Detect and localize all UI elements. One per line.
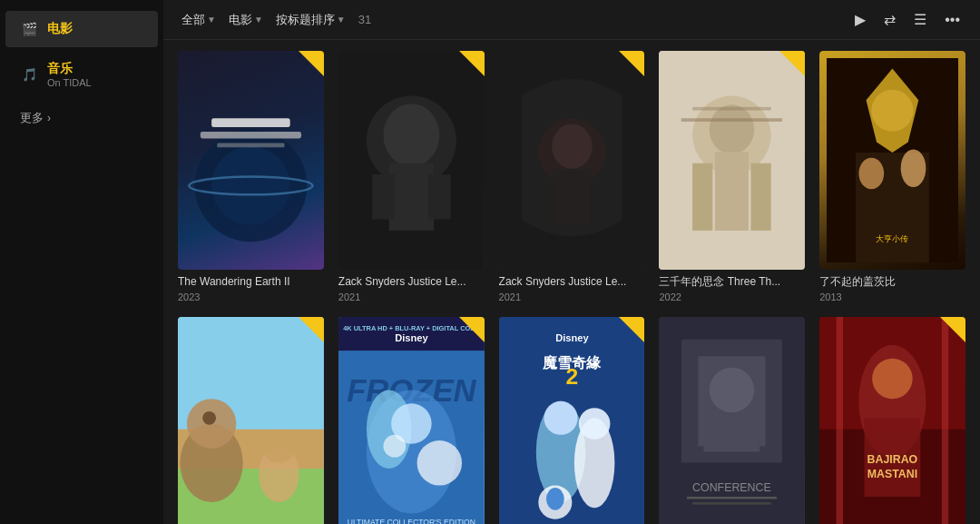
poster-bg <box>499 51 645 270</box>
poster-bg <box>659 51 805 270</box>
poster-content: Disney 魔雪奇緣 2 <box>499 317 645 524</box>
svg-rect-9 <box>388 163 433 231</box>
poster-content <box>178 51 324 270</box>
poster-wrap: 4K ULTRA HD + BLU-RAY + DIGITAL CODE Dis… <box>338 317 485 524</box>
svg-text:BAJIRAO: BAJIRAO <box>867 453 918 466</box>
movie-title: Zack Snyders Justice Le... <box>338 275 485 290</box>
filter-sort-button[interactable]: 按标题排序 ▼ <box>272 10 349 30</box>
movie-count: 31 <box>358 13 371 26</box>
filter-group: 全部 ▼ 电影 ▼ 按标题排序 ▼ 31 <box>178 10 371 30</box>
svg-point-58 <box>578 408 610 440</box>
filter-movies-label: 电影 <box>229 12 252 28</box>
svg-rect-65 <box>704 418 760 451</box>
chevron-right-icon: › <box>47 112 51 124</box>
svg-point-28 <box>859 158 885 190</box>
poster-content: 4K ULTRA HD + BLU-RAY + DIGITAL CODE Dis… <box>338 317 485 524</box>
movie-card-bajirao[interactable]: BAJIRAO MASTANI 帝国双璧 <box>819 317 965 524</box>
movie-title: The Wandering Earth II <box>178 275 324 290</box>
list-icon: ☰ <box>914 11 926 28</box>
poster-wrap <box>338 51 485 270</box>
filter-all-button[interactable]: 全部 ▼ <box>178 10 220 30</box>
movie-card-justice1[interactable]: Zack Snyders Justice Le... 2021 <box>338 51 485 302</box>
svg-point-64 <box>710 367 754 411</box>
filter-sort-label: 按标题排序 <box>276 12 335 28</box>
svg-point-49 <box>416 440 461 485</box>
poster-wrap <box>499 51 645 270</box>
movie-card-frozen[interactable]: 4K ULTRA HD + BLU-RAY + DIGITAL CODE Dis… <box>338 317 485 524</box>
svg-rect-5 <box>217 143 284 147</box>
sidebar: 🎬 电影 🎵 音乐 On TIDAL 更多 › <box>0 0 163 524</box>
movie-grid: The Wandering Earth II 2023 <box>178 51 965 524</box>
shuffle-button[interactable]: ⇄ <box>878 7 901 32</box>
movie-card-iceage[interactable]: 冰河世纪Ice Age <box>178 317 324 524</box>
svg-text:Disney: Disney <box>395 332 428 343</box>
svg-rect-68 <box>687 497 777 499</box>
svg-point-56 <box>544 401 577 435</box>
corner-badge <box>299 317 324 342</box>
main-content: 全部 ▼ 电影 ▼ 按标题排序 ▼ 31 ▶ ⇄ ☰ <box>163 0 980 524</box>
music-icon: 🎵 <box>20 65 38 84</box>
listview-button[interactable]: ☰ <box>908 7 932 32</box>
svg-point-48 <box>383 435 406 458</box>
movie-title: 了不起的盖茨比 <box>819 275 965 290</box>
corner-badge <box>619 51 644 76</box>
sidebar-item-music[interactable]: 🎵 音乐 On TIDAL <box>5 51 158 97</box>
filter-sort-arrow: ▼ <box>337 15 346 25</box>
svg-rect-15 <box>553 169 591 225</box>
play-icon: ▶ <box>855 11 866 28</box>
movie-year: 2013 <box>819 292 965 302</box>
toolbar: 全部 ▼ 电影 ▼ 按标题排序 ▼ 31 ▶ ⇄ ☰ <box>163 0 980 40</box>
play-button[interactable]: ▶ <box>849 7 871 32</box>
svg-point-73 <box>872 359 913 400</box>
svg-rect-20 <box>692 163 712 231</box>
svg-rect-19 <box>715 152 749 231</box>
filter-all-arrow: ▼ <box>207 15 216 25</box>
movie-year: 2022 <box>659 292 805 302</box>
poster-content: BAJIRAO MASTANI <box>819 317 965 524</box>
poster-content: CONFERENCE <box>659 317 805 524</box>
poster-wrap: CONFERENCE <box>659 317 805 524</box>
sidebar-more[interactable]: 更多 › <box>5 101 158 135</box>
movie-grid-area: The Wandering Earth II 2023 <box>163 40 980 524</box>
poster-wrap <box>659 51 805 270</box>
svg-rect-69 <box>692 502 771 504</box>
poster-content <box>338 51 485 270</box>
movie-card-justice2[interactable]: Zack Snyders Justice Le... 2021 <box>499 51 645 302</box>
poster-content <box>499 51 645 270</box>
movie-year: 2021 <box>338 292 485 302</box>
poster-content <box>178 317 324 524</box>
svg-text:大亨小传: 大亨小传 <box>877 234 909 243</box>
poster-wrap: BAJIRAO MASTANI <box>819 317 965 524</box>
toolbar-actions: ▶ ⇄ ☰ ••• <box>849 7 965 32</box>
svg-point-36 <box>202 411 216 425</box>
corner-badge <box>459 51 485 76</box>
movie-card-wandering-earth[interactable]: The Wandering Earth II 2023 <box>178 51 324 302</box>
sidebar-item-movies[interactable]: 🎬 电影 <box>5 11 158 47</box>
poster-content <box>659 51 805 270</box>
svg-rect-3 <box>211 118 290 127</box>
movie-title: Zack Snyders Justice Le... <box>499 275 645 290</box>
poster-bg: 大亨小传 <box>819 51 965 270</box>
sidebar-more-label: 更多 <box>20 110 44 126</box>
svg-point-26 <box>871 90 913 132</box>
movie-card-frozen2[interactable]: Disney 魔雪奇緣 2 <box>499 317 645 524</box>
movie-card-gatsby[interactable]: 大亨小传 了不起的盖茨比 2013 <box>819 51 965 302</box>
poster-wrap: Disney 魔雪奇緣 2 <box>499 317 645 524</box>
svg-rect-4 <box>201 132 301 138</box>
movie-card-anna[interactable]: CONFERENCE 安娜Anna <box>659 317 805 524</box>
more-options-button[interactable]: ••• <box>939 8 965 32</box>
corner-badge <box>779 51 805 76</box>
filter-all-label: 全部 <box>181 12 205 28</box>
svg-point-1 <box>211 146 290 225</box>
movie-card-three-thousand[interactable]: 三千年的思念 Three Th... 2022 <box>659 51 805 302</box>
svg-text:CONFERENCE: CONFERENCE <box>693 481 772 494</box>
svg-rect-10 <box>372 174 395 219</box>
movie-icon: 🎬 <box>20 20 38 38</box>
corner-badge <box>299 51 324 76</box>
svg-rect-77 <box>837 317 843 524</box>
poster-bg: Disney 魔雪奇緣 2 <box>499 317 645 524</box>
poster-wrap <box>178 317 324 524</box>
poster-bg <box>178 317 324 524</box>
filter-movies-button[interactable]: 电影 ▼ <box>225 10 267 30</box>
corner-badge <box>619 317 644 342</box>
